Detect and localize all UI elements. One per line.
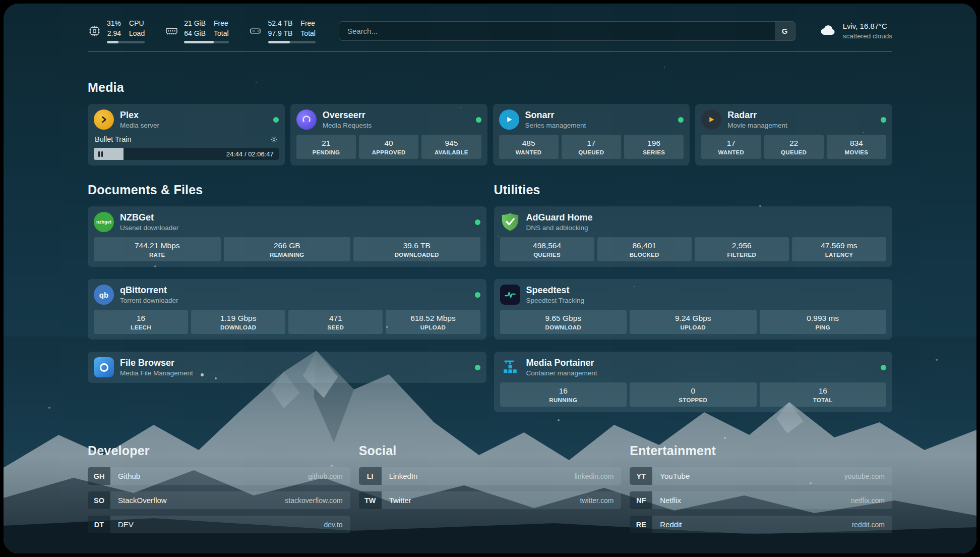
bookmark-name: StackOverflow — [110, 491, 174, 509]
section-entertainment: Entertainment YT YouTube youtube.com NF … — [630, 443, 892, 533]
stat-value: 17 — [564, 139, 619, 148]
bookmark-dev[interactable]: DT DEV dev.to — [88, 516, 350, 533]
netflix-abbr-icon: NF — [630, 491, 652, 509]
stat-label: REMAINING — [226, 252, 349, 258]
bookmark-url: stackoverflow.com — [285, 491, 350, 509]
stat-value: 0 — [632, 386, 755, 396]
memory-widget: 21 GiB 64 GiB Free Total — [165, 19, 228, 43]
stat-tile: 744.21 Mbps RATE — [94, 237, 221, 261]
service-card-portainer[interactable]: Media Portainer Container management 16 … — [494, 352, 893, 412]
stat-value: 21 — [298, 139, 354, 148]
stat-label: WANTED — [501, 149, 557, 155]
stat-value: 9.24 Gbps — [632, 314, 755, 323]
section-title-entertainment: Entertainment — [630, 443, 892, 458]
bookmark-twitter[interactable]: TW Twitter twitter.com — [359, 491, 622, 509]
service-subtitle: Speedtest Tracking — [526, 297, 585, 304]
service-subtitle: Media File Management — [120, 369, 193, 377]
service-subtitle: Media server — [120, 122, 159, 129]
stat-label: APPROVED — [361, 149, 416, 155]
service-card-adguard[interactable]: AdGuard Home DNS and adblocking 498,564 … — [494, 206, 893, 267]
stat-value: 47.569 ms — [794, 241, 884, 250]
cpu-load: 2.94 — [107, 29, 121, 39]
speedtest-icon — [500, 285, 520, 305]
stat-tile: 16 TOTAL — [760, 382, 887, 407]
stat-tile: 498,564 QUERIES — [500, 237, 594, 261]
stat-tile: 9.24 Gbps UPLOAD — [630, 310, 757, 334]
service-card-speedtest[interactable]: Speedtest Speedtest Tracking 9.65 Gbps D… — [494, 279, 893, 340]
service-subtitle: Usenet downloader — [120, 224, 178, 232]
service-card-qbittorrent[interactable]: qb qBittorrent Torrent downloader 16 LEE… — [88, 279, 486, 340]
stat-tile: 47.569 ms LATENCY — [792, 237, 886, 261]
stat-value: 471 — [290, 314, 381, 323]
bookmark-name: LinkedIn — [382, 467, 425, 485]
stat-tile: 471 SEED — [288, 310, 383, 334]
gear-icon[interactable] — [270, 136, 278, 143]
bookmark-youtube[interactable]: YT YouTube youtube.com — [630, 467, 892, 485]
stat-label: DOWNLOADED — [355, 252, 478, 258]
bookmark-netflix[interactable]: NF Netflix netflix.com — [630, 491, 892, 509]
status-online-dot — [881, 117, 886, 123]
service-card-overseerr[interactable]: Overseerr Media Requests 21 PENDING 40 A… — [290, 104, 487, 165]
stat-value: 2,956 — [697, 241, 787, 250]
top-bar: 31% 2.94 CPU Load — [88, 19, 892, 43]
playback-progress-bar[interactable]: 24:44 / 02:06:47 — [94, 148, 279, 160]
service-card-plex[interactable]: Plex Media server Bullet Train — [88, 104, 285, 165]
stat-value: 22 — [766, 139, 822, 148]
bookmark-url: reddit.com — [852, 516, 892, 533]
github-abbr-icon: GH — [88, 467, 110, 485]
service-title: qBittorrent — [120, 285, 178, 296]
service-subtitle: Movie management — [727, 122, 787, 129]
bookmark-url: netflix.com — [851, 491, 892, 509]
stat-label: AVAILABLE — [423, 149, 479, 155]
service-card-radarr[interactable]: Radarr Movie management 17 WANTED 22 QUE… — [695, 104, 892, 165]
stat-tile: 40 APPROVED — [359, 135, 418, 159]
service-subtitle: Media Requests — [323, 122, 372, 129]
pause-icon[interactable] — [98, 151, 103, 157]
service-card-sonarr[interactable]: Sonarr Series management 485 WANTED 17 Q… — [493, 104, 690, 165]
cloud-icon — [819, 21, 837, 41]
status-online-dot — [475, 292, 480, 298]
stat-tile: 22 QUEUED — [764, 135, 824, 159]
stat-tile: 1.19 Gbps DOWNLOAD — [191, 310, 285, 334]
stat-tile: 0 STOPPED — [630, 382, 757, 407]
service-card-nzbget[interactable]: nzbget NZBGet Usenet downloader 744.21 M… — [88, 206, 486, 267]
stat-label: WANTED — [703, 149, 759, 155]
status-online-dot — [273, 117, 279, 123]
bookmark-stackoverflow[interactable]: SO StackOverflow stackoverflow.com — [88, 491, 350, 509]
stat-value: 0.993 ms — [762, 314, 885, 323]
section-documents: Documents & Files nzbget NZBGet Usenet d… — [88, 183, 486, 383]
weather-condition: scattered clouds — [843, 32, 892, 41]
youtube-abbr-icon: YT — [630, 467, 652, 485]
section-title-documents: Documents & Files — [88, 183, 486, 197]
bookmark-linkedin[interactable]: LI LinkedIn linkedin.com — [359, 467, 622, 485]
disk-free: 52.4 TB — [268, 19, 293, 29]
bookmark-reddit[interactable]: RE Reddit reddit.com — [630, 516, 892, 533]
filebrowser-icon — [94, 357, 114, 377]
stat-label: DOWNLOAD — [193, 324, 283, 330]
stat-label: STOPPED — [632, 397, 755, 403]
status-online-dot — [475, 219, 480, 225]
stat-value: 39.6 TB — [355, 241, 478, 250]
playback-time: 24:44 / 02:06:47 — [226, 150, 279, 158]
stat-label: SERIES — [626, 149, 682, 155]
search-input[interactable] — [339, 21, 795, 41]
cpu-chip-icon — [88, 25, 101, 37]
service-title: NZBGet — [120, 212, 178, 223]
stat-tile: 834 MOVIES — [827, 135, 886, 159]
service-card-filebrowser[interactable]: File Browser Media File Management — [88, 352, 486, 383]
bookmark-name: Reddit — [652, 516, 689, 533]
stat-label: RATE — [96, 252, 219, 258]
memory-free: 21 GiB — [184, 19, 206, 29]
status-online-dot — [476, 117, 481, 123]
search-provider-button[interactable]: G — [775, 22, 795, 40]
bookmark-github[interactable]: GH Github github.com — [88, 467, 350, 485]
stat-value: 834 — [829, 139, 884, 148]
stat-tile: 945 AVAILABLE — [421, 135, 481, 159]
stat-label: QUERIES — [502, 252, 592, 258]
service-subtitle: Series management — [525, 122, 586, 129]
stat-tile: 196 SERIES — [624, 135, 684, 159]
stat-tile: 618.52 Mbps UPLOAD — [386, 310, 480, 334]
twitter-abbr-icon: TW — [359, 491, 382, 509]
stackoverflow-abbr-icon: SO — [88, 491, 110, 509]
cpu-label-bottom: Load — [129, 29, 145, 39]
